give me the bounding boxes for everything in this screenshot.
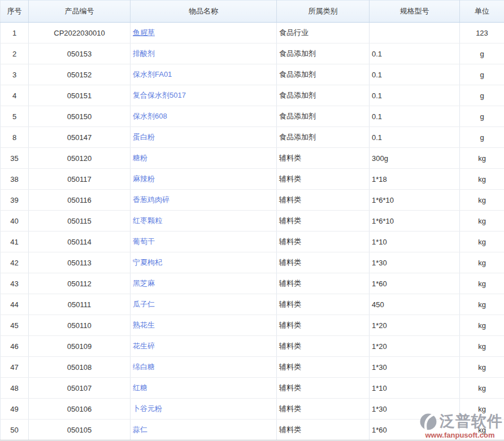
cell-category: 辅料类 (277, 190, 370, 211)
cell-category: 辅料类 (277, 211, 370, 232)
cell-spec (370, 23, 460, 43)
column-header-serial: 序号 (1, 1, 29, 23)
cell-category: 辅料类 (277, 399, 370, 420)
cell-spec: 1*18 (370, 169, 460, 190)
item-name-link[interactable]: 瓜子仁 (133, 300, 155, 308)
cell-name: 复合保水剂5017 (131, 85, 277, 106)
cell-name: 熟花生 (131, 315, 277, 336)
item-name-link[interactable]: 熟花生 (133, 321, 155, 329)
cell-code: 050116 (29, 190, 131, 211)
cell-code: 050150 (29, 106, 131, 127)
cell-serial: 45 (1, 315, 29, 336)
table-row: 46 050109 花生碎 辅料类 1*20 kg (1, 336, 504, 357)
cell-spec: 1*60 (370, 420, 460, 440)
cell-name: 保水剂608 (131, 106, 277, 127)
cell-serial: 46 (1, 336, 29, 357)
cell-unit: kg (460, 252, 504, 273)
table-row: 8 050147 蛋白粉 食品添加剂 0.1 g (1, 127, 504, 148)
cell-unit: g (460, 43, 504, 64)
table-row: 3 050152 保水剂FA01 食品添加剂 0.1 g (1, 64, 504, 85)
cell-spec: 1*10 (370, 232, 460, 252)
cell-unit: g (460, 64, 504, 85)
table-row: 35 050120 糖粉 辅料类 300g kg (1, 148, 504, 169)
cell-name: 卜谷元粉 (131, 399, 277, 420)
cell-category: 辅料类 (277, 169, 370, 190)
cell-spec: 1*6*10 (370, 190, 460, 211)
item-name-link[interactable]: 红枣颗粒 (133, 216, 162, 225)
item-name-link[interactable]: 鱼腥草 (133, 28, 155, 37)
cell-code: CP2022030010 (29, 23, 131, 43)
table-row: 1 CP2022030010 鱼腥草 食品行业 123 (1, 23, 504, 43)
cell-spec: 0.1 (370, 127, 460, 148)
item-name-link[interactable]: 蒜仁 (133, 425, 147, 434)
cell-spec: 0.1 (370, 64, 460, 85)
cell-serial: 35 (1, 148, 29, 169)
table-row: 43 050112 黑芝麻 辅料类 1*60 kg (1, 273, 504, 294)
item-name-link[interactable]: 排酸剂 (133, 49, 155, 58)
cell-category: 辅料类 (277, 252, 370, 273)
item-name-link[interactable]: 麻辣粉 (133, 174, 155, 183)
item-name-link[interactable]: 宁夏枸杞 (133, 258, 162, 267)
cell-name: 糖粉 (131, 148, 277, 169)
cell-name: 蒜仁 (131, 420, 277, 440)
cell-category: 辅料类 (277, 357, 370, 378)
cell-name: 宁夏枸杞 (131, 252, 277, 273)
table-row: 42 050113 宁夏枸杞 辅料类 1*30 kg (1, 252, 504, 273)
product-list-page: 序号 产品编号 物品名称 所属类别 规格型号 单位 1 CP2022030010… (0, 0, 504, 441)
column-header-spec: 规格型号 (370, 1, 460, 23)
cell-unit: g (460, 106, 504, 127)
item-name-link[interactable]: 香葱鸡肉碎 (133, 195, 170, 204)
cell-code: 050117 (29, 169, 131, 190)
product-table: 序号 产品编号 物品名称 所属类别 规格型号 单位 1 CP2022030010… (0, 0, 504, 440)
cell-spec: 1*10 (370, 378, 460, 399)
cell-unit: g (460, 85, 504, 106)
table-row: 38 050117 麻辣粉 辅料类 1*18 kg (1, 169, 504, 190)
column-header-name: 物品名称 (131, 1, 277, 23)
cell-serial: 48 (1, 378, 29, 399)
item-name-link[interactable]: 葡萄干 (133, 237, 155, 246)
cell-code: 050109 (29, 336, 131, 357)
table-row: 49 050106 卜谷元粉 辅料类 1*30 kg (1, 399, 504, 420)
cell-spec: 1*20 (370, 336, 460, 357)
cell-unit: kg (460, 336, 504, 357)
cell-unit: kg (460, 378, 504, 399)
cell-name: 红枣颗粒 (131, 211, 277, 232)
item-name-link[interactable]: 复合保水剂5017 (133, 91, 186, 99)
cell-code: 050152 (29, 64, 131, 85)
item-name-link[interactable]: 绵白糖 (133, 363, 155, 371)
cell-unit: kg (460, 190, 504, 211)
cell-spec: 1*30 (370, 357, 460, 378)
cell-unit: kg (460, 169, 504, 190)
item-name-link[interactable]: 花生碎 (133, 342, 155, 350)
cell-code: 050110 (29, 315, 131, 336)
item-name-link[interactable]: 黑芝麻 (133, 279, 155, 287)
cell-unit: kg (460, 232, 504, 252)
cell-code: 050106 (29, 399, 131, 420)
table-row: 5 050150 保水剂608 食品添加剂 0.1 g (1, 106, 504, 127)
cell-category: 食品添加剂 (277, 127, 370, 148)
item-name-link[interactable]: 红糖 (133, 383, 147, 392)
item-name-link[interactable]: 保水剂FA01 (133, 70, 172, 78)
cell-spec: 1*30 (370, 252, 460, 273)
table-row: 40 050115 红枣颗粒 辅料类 1*6*10 kg (1, 211, 504, 232)
cell-unit: kg (460, 148, 504, 169)
cell-name: 绵白糖 (131, 357, 277, 378)
table-row: 4 050151 复合保水剂5017 食品添加剂 0.1 g (1, 85, 504, 106)
cell-category: 辅料类 (277, 294, 370, 315)
item-name-link[interactable]: 卜谷元粉 (133, 404, 162, 413)
item-name-link[interactable]: 蛋白粉 (133, 133, 155, 141)
cell-serial: 3 (1, 64, 29, 85)
item-name-link[interactable]: 保水剂608 (133, 112, 167, 120)
cell-code: 050153 (29, 43, 131, 64)
cell-code: 050112 (29, 273, 131, 294)
cell-name: 保水剂FA01 (131, 64, 277, 85)
item-name-link[interactable]: 糖粉 (133, 154, 147, 162)
cell-category: 食品行业 (277, 23, 370, 43)
cell-code: 050108 (29, 357, 131, 378)
cell-code: 050120 (29, 148, 131, 169)
cell-category: 食品添加剂 (277, 43, 370, 64)
cell-serial: 40 (1, 211, 29, 232)
cell-unit: kg (460, 211, 504, 232)
cell-code: 050147 (29, 127, 131, 148)
cell-unit: kg (460, 315, 504, 336)
